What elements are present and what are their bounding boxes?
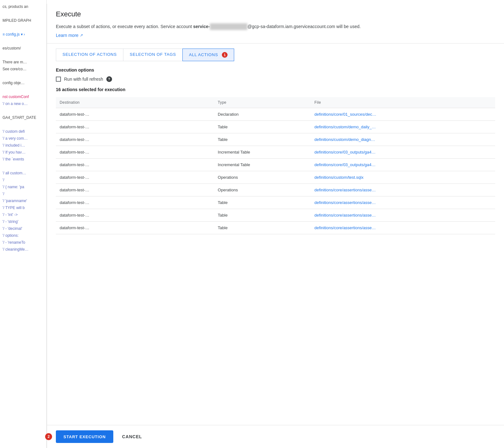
cell-file[interactable]: definitions/core/assertions/asse… bbox=[311, 222, 495, 234]
code-line: '/ a very com… bbox=[0, 135, 46, 142]
table-row: dataform-test-…Tabledefinitions/custom/d… bbox=[56, 133, 495, 146]
code-line: '/ cleaningMe… bbox=[0, 246, 46, 253]
execution-options-title: Execution options bbox=[56, 67, 495, 73]
service-account-suffix: @gcp-sa-dataform.iam.gserviceaccount.com… bbox=[247, 24, 361, 29]
tab-selection-of-tags[interactable]: SELECTION OF TAGS bbox=[123, 49, 182, 61]
help-icon[interactable]: ? bbox=[106, 76, 112, 82]
actions-table: Destination Type File dataform-test-…Dec… bbox=[56, 97, 495, 234]
code-line bbox=[0, 107, 46, 114]
cell-file[interactable]: definitions/custom/demo_daily_… bbox=[311, 121, 495, 133]
tab-badge: 1 bbox=[222, 52, 228, 58]
cell-destination: dataform-test-… bbox=[56, 222, 214, 234]
cell-destination: dataform-test-… bbox=[56, 121, 214, 133]
table-header-row: Destination Type File bbox=[56, 97, 495, 108]
cell-file[interactable]: definitions/core/03_outputs/ga4… bbox=[311, 146, 495, 159]
code-line: '/ If you hav… bbox=[0, 149, 46, 156]
col-header-destination: Destination bbox=[56, 97, 214, 108]
code-line: '/ options: bbox=[0, 232, 46, 239]
code-line: '/ on a new o… bbox=[0, 100, 46, 107]
code-line: There are m… bbox=[0, 59, 46, 66]
table-row: dataform-test-…Incremental Tabledefiniti… bbox=[56, 146, 495, 159]
table-row: dataform-test-…Tabledefinitions/core/ass… bbox=[56, 196, 495, 209]
code-line: '/ all custom… bbox=[0, 170, 46, 177]
code-line bbox=[0, 73, 46, 79]
cell-file[interactable]: definitions/custom/demo_diagn… bbox=[311, 133, 495, 146]
table-row: dataform-test-…Tabledefinitions/core/ass… bbox=[56, 209, 495, 222]
cell-destination: dataform-test-… bbox=[56, 133, 214, 146]
col-header-type: Type bbox=[214, 97, 311, 108]
footer-badge: 2 bbox=[45, 433, 52, 440]
cell-file[interactable]: definitions/core/01_sources/dec… bbox=[311, 108, 495, 121]
full-refresh-checkbox[interactable] bbox=[56, 77, 61, 82]
cell-destination: dataform-test-… bbox=[56, 171, 214, 184]
dialog-content: Execution options Run with full refresh … bbox=[47, 61, 504, 425]
service-account-bold: service- bbox=[193, 24, 210, 29]
code-line: '/ bbox=[0, 177, 46, 183]
code-line: '/ custom defi bbox=[0, 128, 46, 135]
cell-file[interactable]: definitions/core/03_outputs/ga4… bbox=[311, 159, 495, 171]
service-account-blurred: xxxxxxxxxxxxxxxxx bbox=[210, 23, 247, 30]
table-row: dataform-test-…Declarationdefinitions/co… bbox=[56, 108, 495, 121]
table-row: dataform-test-…Tabledefinitions/custom/d… bbox=[56, 121, 495, 133]
code-line: ≡ config.js ▾ › bbox=[0, 31, 46, 38]
start-execution-button[interactable]: START EXECUTION bbox=[56, 430, 113, 443]
cell-file[interactable]: definitions/core/assertions/asse… bbox=[311, 209, 495, 222]
full-refresh-label: Run with full refresh bbox=[64, 77, 103, 82]
code-line: GA4_START_DATE bbox=[0, 114, 46, 121]
execute-dialog: Execute Execute a subset of actions, or … bbox=[47, 4, 504, 448]
code-line: '/ - 'renameTo bbox=[0, 239, 46, 246]
code-line: '/ included i… bbox=[0, 142, 46, 149]
cell-destination: dataform-test-… bbox=[56, 146, 214, 159]
cell-type: Table bbox=[214, 222, 311, 234]
cell-type: Operations bbox=[214, 171, 311, 184]
code-line: '/ TYPE will b bbox=[0, 204, 46, 211]
code-line bbox=[0, 86, 46, 93]
code-line: '/ - 'decimal' bbox=[0, 225, 46, 232]
code-line: config obje… bbox=[0, 79, 46, 86]
cell-file[interactable]: definitions/custom/test.sqlx bbox=[311, 171, 495, 184]
learn-more-label: Learn more bbox=[56, 33, 79, 38]
code-line: '/ the `events bbox=[0, 156, 46, 163]
tab-all-actions[interactable]: ALL ACTIONS 1 bbox=[182, 49, 234, 61]
cell-destination: dataform-test-… bbox=[56, 159, 214, 171]
cell-file[interactable]: definitions/core/assertions/asse… bbox=[311, 196, 495, 209]
cancel-button[interactable]: CANCEL bbox=[120, 434, 145, 439]
dialog-description: Execute a subset of actions, or execute … bbox=[56, 23, 495, 30]
code-line: cs, products an bbox=[0, 3, 46, 10]
code-line bbox=[0, 38, 46, 45]
cell-destination: dataform-test-… bbox=[56, 108, 214, 121]
cell-destination: dataform-test-… bbox=[56, 184, 214, 196]
cell-file[interactable]: definitions/core/assertions/asse… bbox=[311, 184, 495, 196]
code-line: '/ - 'int' -> bbox=[0, 211, 46, 218]
full-refresh-row: Run with full refresh ? bbox=[56, 76, 495, 82]
tab-all-actions-label: ALL ACTIONS bbox=[189, 52, 218, 57]
code-sidebar: cs, products an MPILED GRAPH ≡ config.js… bbox=[0, 0, 47, 448]
code-line: '/ { name: 'pa bbox=[0, 183, 46, 190]
code-line: es/custom/ bbox=[0, 45, 46, 52]
cell-type: Incremental Table bbox=[214, 159, 311, 171]
code-line: '/ - 'string' bbox=[0, 218, 46, 225]
code-line: '/ 'paramname' bbox=[0, 197, 46, 204]
dialog-title: Execute bbox=[56, 10, 495, 18]
external-link-icon: ↗ bbox=[80, 33, 83, 38]
cell-type: Incremental Table bbox=[214, 146, 311, 159]
cell-type: Table bbox=[214, 133, 311, 146]
table-row: dataform-test-…Operationsdefinitions/cus… bbox=[56, 171, 495, 184]
code-line bbox=[0, 121, 46, 128]
code-line: nst customConf bbox=[0, 93, 46, 100]
code-line: '/ bbox=[0, 190, 46, 197]
code-line: See core/co… bbox=[0, 66, 46, 73]
code-line bbox=[0, 163, 46, 170]
tab-selection-of-actions[interactable]: SELECTION OF ACTIONS bbox=[56, 49, 123, 61]
actions-count: 16 actions selected for execution bbox=[56, 87, 495, 92]
dialog-header: Execute Execute a subset of actions, or … bbox=[47, 4, 504, 44]
tabs-row: SELECTION OF ACTIONS SELECTION OF TAGS A… bbox=[47, 44, 504, 61]
learn-more-link[interactable]: Learn more ↗ bbox=[56, 33, 83, 38]
table-row: dataform-test-…Incremental Tabledefiniti… bbox=[56, 159, 495, 171]
cell-type: Operations bbox=[214, 184, 311, 196]
code-line bbox=[0, 10, 46, 17]
cell-destination: dataform-test-… bbox=[56, 209, 214, 222]
table-row: dataform-test-…Tabledefinitions/core/ass… bbox=[56, 222, 495, 234]
cell-destination: dataform-test-… bbox=[56, 196, 214, 209]
code-line bbox=[0, 52, 46, 59]
